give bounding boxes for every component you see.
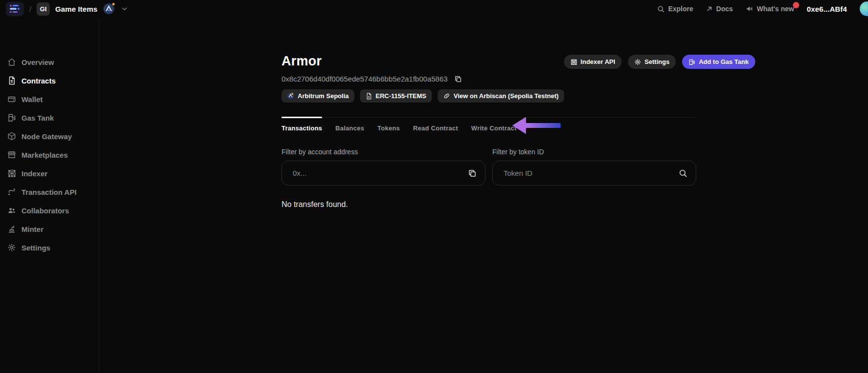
main-content: Armor 0x8c2706d40df0065ede5746b6bb5e2a1f… (99, 18, 868, 373)
docs-label: Docs (716, 5, 733, 13)
cube-icon (7, 132, 16, 141)
wallet-address[interactable]: 0xe6...ABf4 (807, 5, 847, 13)
page-title: Armor (282, 54, 564, 69)
stamp-icon (7, 225, 16, 233)
sidebar-item-label: Overview (21, 58, 54, 66)
app-root: { "navbar": { "separator": "/", "org_ava… (0, 0, 868, 373)
grid-icon (7, 169, 16, 178)
sidebar-item-label: Contracts (21, 77, 56, 85)
project-network-icon[interactable] (103, 3, 115, 15)
copy-address-button[interactable] (454, 75, 462, 83)
project-name: Game Items (55, 5, 98, 13)
grid-icon (570, 59, 577, 65)
app-logo-icon[interactable] (6, 2, 24, 16)
filter-label: Filter by account address (282, 148, 485, 156)
sidebar-item-minter[interactable]: Minter (0, 220, 99, 238)
whats-new-link[interactable]: What's new (746, 5, 794, 13)
whats-new-label: What's new (757, 5, 794, 13)
badge-label: ERC-1155-ITEMS (376, 92, 426, 100)
app-layout: Overview Contracts Wallet Gas Tank Node … (0, 18, 868, 373)
gas-pump-icon (7, 113, 16, 122)
badge-label: View on Arbiscan (Sepolia Testnet) (454, 92, 559, 100)
search-icon[interactable] (679, 169, 687, 178)
view-on-arbiscan-link[interactable]: View on Arbiscan (Sepolia Testnet) (438, 89, 564, 103)
network-badge: Arbitrum Sepolia (282, 89, 354, 103)
button-label: Indexer API (581, 58, 615, 65)
gear-icon (634, 59, 641, 65)
logo-bar (10, 11, 18, 13)
users-icon (7, 206, 16, 215)
tab-transactions[interactable]: Transactions (282, 124, 322, 132)
sidebar-item-label: Marketplaces (21, 151, 68, 159)
tab-bar: Transactions Balances Tokens Read Contra… (282, 117, 696, 132)
sidebar-item-label: Indexer (21, 169, 47, 178)
settings-button[interactable]: Settings (628, 55, 676, 69)
tab-write-contract[interactable]: Write Contract (471, 124, 517, 132)
tab-tokens[interactable]: Tokens (378, 124, 400, 132)
token-id-input[interactable] (503, 168, 679, 178)
filter-label: Filter by token ID (492, 148, 696, 156)
gear-icon (7, 243, 16, 252)
sidebar-item-contracts[interactable]: Contracts (0, 71, 99, 90)
gas-pump-icon (688, 59, 695, 65)
sidebar-item-label: Node Gateway (21, 132, 72, 141)
sidebar-item-marketplaces[interactable]: Marketplaces (0, 145, 99, 164)
sidebar-item-gas-tank[interactable]: Gas Tank (0, 108, 99, 127)
token-id-filter: Filter by token ID (492, 148, 696, 186)
network-notification-dot (112, 2, 115, 6)
sidebar-item-indexer[interactable]: Indexer (0, 164, 99, 183)
megaphone-icon (746, 5, 753, 13)
breadcrumb-separator: / (29, 5, 31, 13)
home-icon (7, 58, 16, 66)
docs-link[interactable]: Docs (706, 5, 733, 13)
sidebar-item-label: Collaborators (21, 207, 69, 215)
account-address-input-wrap (282, 161, 485, 186)
sidebar-item-collaborators[interactable]: Collaborators (0, 201, 99, 220)
sidebar-item-label: Wallet (21, 95, 43, 104)
sidebar-item-overview[interactable]: Overview (0, 53, 99, 71)
account-address-input[interactable] (292, 168, 468, 178)
sidebar-item-label: Settings (21, 244, 50, 252)
search-icon (657, 5, 665, 13)
token-id-input-wrap (492, 161, 696, 186)
page-header: Armor 0x8c2706d40df0065ede5746b6bb5e2a1f… (282, 54, 696, 103)
button-label: Add to Gas Tank (699, 58, 748, 65)
account-address-filter: Filter by account address (282, 148, 485, 186)
badge-label: Arbitrum Sepolia (298, 92, 349, 100)
filters-row: Filter by account address Filter by toke… (282, 148, 696, 186)
tab-balances[interactable]: Balances (335, 124, 364, 132)
route-icon (7, 187, 16, 196)
copy-icon[interactable] (468, 169, 477, 178)
badge-row: Arbitrum Sepolia ERC-1155-ITEMS View on … (282, 89, 564, 103)
contract-address-row: 0x8c2706d40df0065ede5746b6bb5e2a1fb00a58… (282, 75, 564, 83)
add-to-gas-tank-button[interactable]: Add to Gas Tank (682, 55, 755, 69)
sidebar-item-wallet[interactable]: Wallet (0, 90, 99, 108)
explore-link[interactable]: Explore (657, 5, 693, 13)
empty-state-message: No transfers found. (282, 200, 696, 209)
explore-label: Explore (668, 5, 693, 13)
external-link-icon (706, 5, 713, 12)
sidebar-item-settings[interactable]: Settings (0, 238, 99, 257)
sidebar-item-label: Transaction API (21, 188, 77, 196)
chevron-down-icon[interactable] (121, 5, 128, 12)
account-avatar[interactable] (860, 1, 868, 16)
contract-address: 0x8c2706d40df0065ede5746b6bb5e2a1fb00a58… (282, 75, 447, 83)
logo-bar (10, 5, 19, 7)
tab-read-contract[interactable]: Read Contract (413, 124, 458, 132)
sidebar-item-node-gateway[interactable]: Node Gateway (0, 127, 99, 145)
copy-icon (454, 75, 462, 83)
logo-bar (10, 8, 20, 10)
indexer-api-button[interactable]: Indexer API (564, 55, 622, 69)
contract-icon (7, 76, 16, 85)
whats-new-notification-dot (793, 2, 799, 8)
header-actions: Indexer API Settings Add to Gas Tank (564, 55, 755, 69)
document-icon (365, 93, 372, 100)
link-icon (443, 92, 450, 100)
contract-type-badge: ERC-1155-ITEMS (360, 89, 432, 103)
arbitrum-network-icon (287, 92, 294, 100)
sidebar: Overview Contracts Wallet Gas Tank Node … (0, 18, 99, 373)
org-avatar[interactable]: GI (37, 2, 50, 16)
breadcrumb: / GI Game Items (6, 2, 128, 16)
sidebar-item-label: Minter (21, 225, 43, 233)
sidebar-item-transaction-api[interactable]: Transaction API (0, 183, 99, 201)
